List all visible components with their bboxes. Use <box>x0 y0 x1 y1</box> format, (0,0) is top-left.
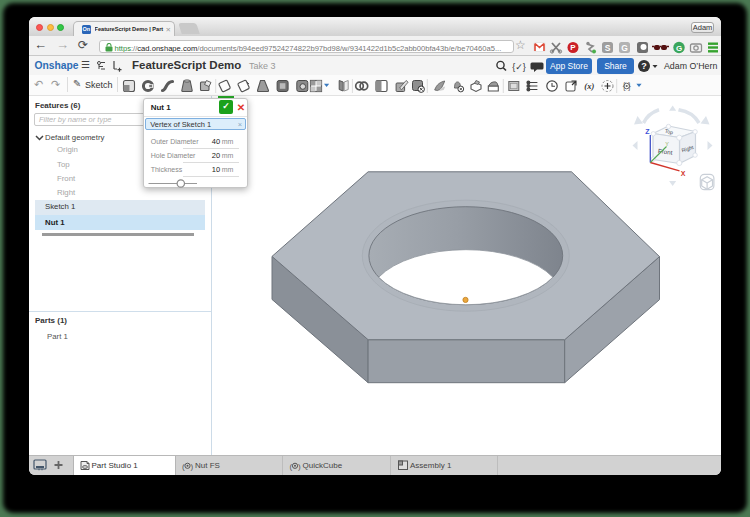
svg-text:): ) <box>298 462 301 471</box>
svg-text:(x): (x) <box>584 81 594 91</box>
svg-text:{✓}: {✓} <box>512 61 526 71</box>
svg-text:G: G <box>676 44 682 53</box>
svg-text:): ) <box>191 462 194 471</box>
svg-text:S: S <box>605 43 611 53</box>
svg-text:?: ? <box>641 61 647 71</box>
svg-text:Z: Z <box>645 127 650 134</box>
svg-text:X: X <box>680 170 685 177</box>
svg-text:Y: Y <box>665 141 669 147</box>
svg-text:G: G <box>621 43 628 53</box>
svg-text:P: P <box>570 43 576 52</box>
